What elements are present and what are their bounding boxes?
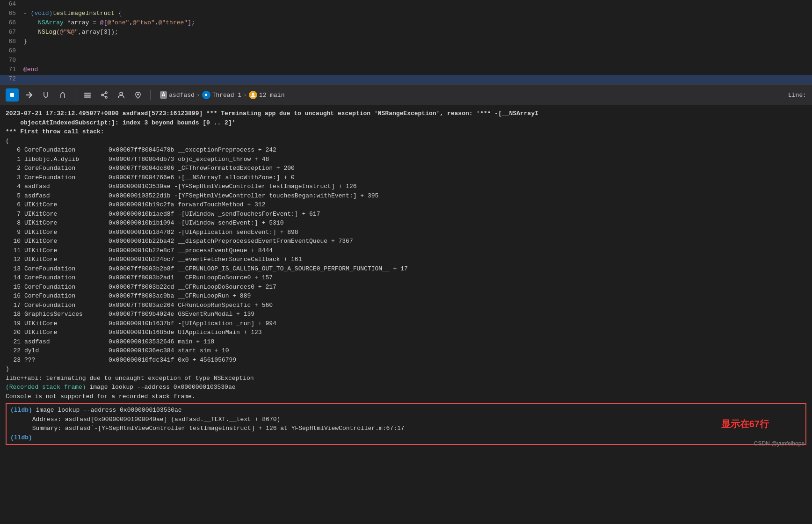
stack-frame-0: 0 CoreFoundation 0x00007ff80045478b __ex… <box>6 146 806 155</box>
code-editor: 64 65 - (void)testImageInstruct { 66 NSA… <box>0 0 812 85</box>
stack-frame-9: 9 UIKitCore 0x000000010b184782 -[UIAppli… <box>6 228 806 237</box>
svg-rect-1 <box>10 93 14 97</box>
stack-frame-22: 22 dyld 0x00000001036ec384 start_sim + 1… <box>6 346 806 356</box>
stack-frame-19: 19 UIKitCore 0x000000010b1637bf -[UIAppl… <box>6 319 806 328</box>
stack-frame-11: 11 UIKitCore 0x000000010b22e8c7 __proces… <box>6 246 806 255</box>
run-button[interactable] <box>6 88 19 102</box>
console-note: Console is not supported for a recorded … <box>6 392 806 401</box>
code-line-72: 72 <box>0 75 812 84</box>
code-line-67: 67 NSLog(@"%@",array[3]); <box>0 28 812 37</box>
frames-button[interactable] <box>81 88 94 102</box>
stack-frame-15: 15 CoreFoundation 0x00007ff8003b22cd __C… <box>6 283 806 292</box>
toolbar-divider-1 <box>75 90 75 100</box>
annotation-text: 显示在67行 <box>721 416 769 431</box>
svg-point-11 <box>120 92 123 95</box>
line-number-66: 66 <box>0 19 23 26</box>
svg-point-13 <box>252 93 254 95</box>
stack-frame-5: 5 asdfasd 0x000000103522d1b -[YFSepHtmlV… <box>6 191 806 201</box>
code-line-71: 71 @end <box>0 66 812 75</box>
paren-open: ( <box>6 137 806 146</box>
stack-frame-2: 2 CoreFoundation 0x00007ff8004dc806 _CFT… <box>6 164 806 173</box>
breadcrumb-app[interactable]: A asdfasd <box>160 91 195 99</box>
toolbar-divider-2 <box>150 90 151 100</box>
stack-frame-3: 3 CoreFoundation 0x00007ff8004766e6 +[__… <box>6 173 806 182</box>
app-icon: A <box>160 91 167 99</box>
location-button[interactable] <box>131 88 145 102</box>
stack-frame-17: 17 CoreFoundation 0x00007ff8003ac264 CFR… <box>6 301 806 310</box>
stack-frame-16: 16 CoreFoundation 0x00007ff8003ac9ba __C… <box>6 291 806 301</box>
code-line-66: 66 NSArray *array = @[@"one",@"two",@"th… <box>0 19 812 28</box>
paren-close: ) <box>6 364 806 374</box>
line-content-65: - (void)testImageInstruct { <box>23 10 122 17</box>
line-content-71: @end <box>23 66 38 73</box>
watermark: CSDN @yunfeihope <box>754 440 805 447</box>
console: 2023-07-21 17:32:12.495077+0800 asdfasd[… <box>0 105 812 451</box>
svg-line-10 <box>102 95 106 97</box>
console-wrapper: 2023-07-21 17:32:12.495077+0800 asdfasd[… <box>0 105 812 451</box>
line-content-66: NSArray *array = @[@"one",@"two",@"three… <box>23 19 195 26</box>
breadcrumb: A asdfasd › ● Thread 1 › 12 main <box>160 91 284 99</box>
person-badge <box>249 91 257 99</box>
line-content-67: NSLog(@"%@",array[3]); <box>23 29 118 36</box>
svg-rect-4 <box>84 95 91 96</box>
breadcrumb-thread[interactable]: ● Thread 1 <box>202 91 241 99</box>
breadcrumb-main-label: 12 main <box>259 92 285 99</box>
threads-button[interactable] <box>115 88 128 102</box>
lldb-summary-line: Summary: asdfasd`-[YFSepHtmlViewControll… <box>10 424 802 433</box>
stack-frame-7: 7 UIKitCore 0x000000010b1aed8f -[UIWindo… <box>6 210 806 219</box>
code-line-69: 69 <box>0 47 812 56</box>
code-line-64: 64 <box>0 0 812 9</box>
lldb-addr-line: Address: asdfasd[0x000000001000040ae] (a… <box>10 415 802 424</box>
line-number-72: 72 <box>0 75 23 82</box>
stack-frame-4: 4 asdfasd 0x0000000103530ae -[YFSepHtmlV… <box>6 182 806 191</box>
svg-rect-3 <box>84 93 91 94</box>
code-line-65: 65 - (void)testImageInstruct { <box>0 9 812 19</box>
code-line-68: 68 } <box>0 37 812 47</box>
stack-frame-14: 14 CoreFoundation 0x00007ff8003b2ad1 __C… <box>6 273 806 283</box>
stack-frame-18: 18 GraphicsServices 0x00007ff809b4024e G… <box>6 310 806 319</box>
share-button[interactable] <box>98 88 111 102</box>
stack-frame-1: 1 libobjc.A.dylib 0x00007ff80004db73 obj… <box>6 155 806 164</box>
error-line-1: 2023-07-21 17:32:12.495077+0800 asdfasd[… <box>6 109 806 118</box>
stack-frame-6: 6 UIKitCore 0x000000010b19c2fa forwardTo… <box>6 200 806 210</box>
code-line-70: 70 <box>0 56 812 66</box>
line-number-68: 68 <box>0 38 23 45</box>
recorded-line: (Recorded stack frame) image lookup --ad… <box>6 383 806 392</box>
line-number-64: 64 <box>0 0 23 7</box>
error-line-2: objectAtIndexedSubscript:]: index 3 beyo… <box>6 118 806 128</box>
breadcrumb-thread-label: Thread 1 <box>212 92 241 99</box>
line-number-67: 67 <box>0 29 23 36</box>
line-content-68: } <box>23 38 27 45</box>
line-number-69: 69 <box>0 47 23 54</box>
libc-line: libc++abi: terminating due to uncaught e… <box>6 374 806 383</box>
line-number-71: 71 <box>0 66 23 73</box>
stack-frame-8: 8 UIKitCore 0x000000010b1b1094 -[UIWindo… <box>6 218 806 228</box>
step-in-button[interactable] <box>39 88 52 102</box>
step-out-button[interactable] <box>56 88 69 102</box>
svg-rect-5 <box>84 96 91 98</box>
stack-frame-13: 13 CoreFoundation 0x00007ff8003b2b8f __C… <box>6 264 806 274</box>
lldb-box: (lldb) image lookup --address 0x00000001… <box>6 403 806 445</box>
toolbar: A asdfasd › ● Thread 1 › 12 main Line: <box>0 85 812 105</box>
breadcrumb-sep-2: › <box>243 92 247 99</box>
error-line-3: *** First throw call stack: <box>6 127 806 137</box>
line-label: Line: <box>788 92 806 99</box>
stack-frame-12: 12 UIKitCore 0x000000010b224bc7 __eventF… <box>6 255 806 264</box>
line-number-70: 70 <box>0 57 23 64</box>
svg-line-9 <box>102 93 106 95</box>
stack-frame-20: 20 UIKitCore 0x000000010b1685de UIApplic… <box>6 328 806 337</box>
lldb-cmd-line: (lldb) image lookup --address 0x00000001… <box>10 406 802 415</box>
breadcrumb-main[interactable]: 12 main <box>249 91 285 99</box>
lldb-section: (lldb) image lookup --address 0x00000001… <box>6 403 806 445</box>
breadcrumb-app-name: asdfasd <box>169 92 195 99</box>
breadcrumb-sep-1: › <box>196 92 200 99</box>
thread-badge: ● <box>202 91 210 99</box>
line-number-65: 65 <box>0 10 23 17</box>
stack-frame-21: 21 asdfasd 0x0000000103532646 main + 118 <box>6 337 806 347</box>
svg-point-12 <box>137 94 139 95</box>
lldb-prompt-2: (lldb) <box>10 433 802 443</box>
step-over-button[interactable] <box>22 88 36 102</box>
stack-frame-23: 23 ??? 0x000000010fdc341f 0x0 + 45610567… <box>6 356 806 365</box>
stack-frame-10: 10 UIKitCore 0x000000010b22ba42 __dispat… <box>6 237 806 246</box>
